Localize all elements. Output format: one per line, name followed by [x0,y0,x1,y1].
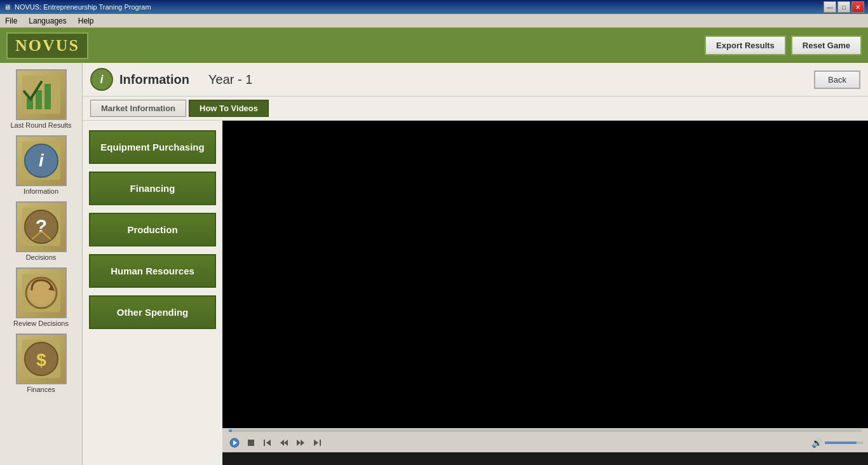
menu-bar: File Languages Help [0,14,868,28]
production-button[interactable]: Production [89,213,216,246]
financing-button[interactable]: Financing [89,172,216,205]
svg-rect-21 [248,440,254,446]
sidebar-item-review-decisions[interactable]: Review Decisions [3,267,79,327]
sidebar-item-decisions[interactable]: ? Decisions [3,201,79,261]
last-round-label: Last Round Results [11,121,72,129]
logo: NOVUS [6,32,88,59]
video-controls: 🔊 [222,433,868,452]
progress-track[interactable] [229,429,862,432]
fast-forward-button[interactable] [294,436,308,450]
last-round-icon [16,69,67,120]
sidebar-item-last-round[interactable]: Last Round Results [3,69,79,129]
tab-bar: Market Information How To Videos [83,97,868,121]
title-bar: 🖥 NOVUS: Entrepreneurship Traning Progra… [0,0,868,14]
top-bar: NOVUS Export Results Reset Game [0,28,868,63]
progress-fill [229,429,232,432]
human-resources-button[interactable]: Human Resources [89,254,216,288]
sidebar-item-finances[interactable]: $ Finances [3,334,79,393]
volume-fill [825,441,857,444]
svg-marker-26 [297,440,301,446]
page-title: Information [119,72,189,87]
svg-text:$: $ [36,350,46,370]
content-area: Equipment Purchasing Financing Productio… [83,121,868,465]
forward-end-button[interactable] [310,436,324,450]
title-bar-left: 🖥 NOVUS: Entrepreneurship Traning Progra… [4,3,151,11]
close-button[interactable]: ✕ [851,1,864,13]
review-decisions-label: Review Decisions [13,320,69,327]
svg-marker-23 [266,440,271,446]
stop-button[interactable] [244,436,258,450]
equipment-purchasing-button[interactable]: Equipment Purchasing [89,130,216,164]
export-results-button[interactable]: Export Results [705,36,786,55]
svg-rect-2 [36,90,42,109]
top-buttons: Export Results Reset Game [705,36,862,55]
info-circle-icon: i [90,68,113,91]
information-icon: i [16,135,67,186]
play-button[interactable] [227,436,241,450]
back-button[interactable]: Back [814,71,860,89]
volume-area: 🔊 [811,438,863,448]
tab-how-to-videos[interactable]: How To Videos [189,100,269,117]
finances-label: Finances [27,386,55,393]
maximize-button[interactable]: □ [837,1,850,13]
minimize-button[interactable]: — [824,1,836,13]
main-content: Last Round Results i Information ? [0,63,868,465]
svg-marker-28 [314,440,318,446]
info-title-area: i Information Year - 1 [90,68,252,91]
video-area: 🔊 [222,121,868,465]
volume-icon[interactable]: 🔊 [811,438,822,448]
decisions-label: Decisions [26,253,57,261]
svg-marker-25 [284,440,288,446]
svg-rect-3 [44,84,51,109]
title-bar-controls: — □ ✕ [824,1,864,13]
finances-icon: $ [16,334,67,384]
tab-market-information[interactable]: Market Information [90,100,186,117]
rewind-start-button[interactable] [261,436,275,450]
window-title: NOVUS: Entrepreneurship Traning Program [15,3,151,11]
other-spending-button[interactable]: Other Spending [89,295,216,329]
right-panel: i Information Year - 1 Back Market Infor… [83,63,868,465]
year-label: Year - 1 [208,72,252,87]
svg-text:i: i [39,151,44,170]
sidebar: Last Round Results i Information ? [0,63,83,465]
window-icon: 🖥 [4,3,11,11]
reset-game-button[interactable]: Reset Game [791,36,862,55]
svg-rect-22 [264,440,265,446]
svg-marker-24 [280,440,284,446]
information-label: Information [24,187,58,195]
rewind-button[interactable] [277,436,291,450]
review-decisions-icon [16,267,67,318]
video-screen [222,121,868,428]
menu-file[interactable]: File [3,16,20,26]
info-header: i Information Year - 1 Back [83,63,868,97]
video-progress-bar[interactable] [222,428,868,433]
svg-rect-29 [320,440,321,446]
volume-track[interactable] [825,441,863,444]
menu-help[interactable]: Help [76,16,97,26]
video-black-bar [222,452,868,465]
svg-marker-27 [301,440,304,446]
menu-languages[interactable]: Languages [26,16,69,26]
sidebar-item-information[interactable]: i Information [3,135,79,195]
decisions-icon: ? [16,201,67,252]
video-button-sidebar: Equipment Purchasing Financing Productio… [83,121,222,465]
svg-text:?: ? [35,215,46,236]
